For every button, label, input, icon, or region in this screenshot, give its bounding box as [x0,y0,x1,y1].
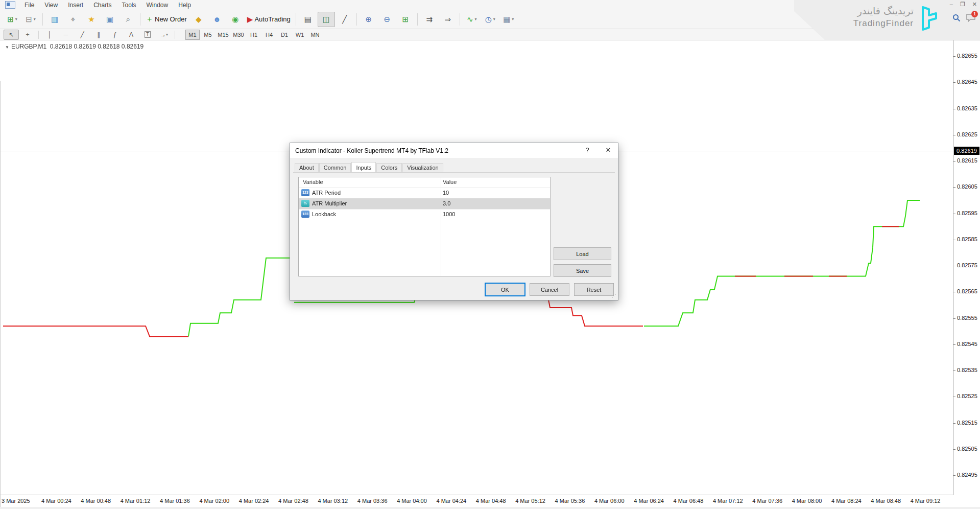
tab-divider [293,172,615,173]
metaeditor-button[interactable]: ◆ [190,12,207,27]
price-axis[interactable]: 0.82619 0.826550.826450.826350.826250.82… [953,40,980,495]
timeframe-m5[interactable]: M5 [201,30,215,40]
time-axis-label: 3 Mar 2025 [2,498,30,504]
restore-button[interactable]: ❐ [960,1,965,8]
timeframe-m1[interactable]: M1 [185,30,200,40]
time-axis-label: 4 Mar 03:36 [357,498,388,504]
trendline-tool-button[interactable]: ╱ [75,30,90,40]
variable-value[interactable]: 1000 [443,211,455,217]
timeframe-d1[interactable]: D1 [277,30,292,40]
variable-value[interactable]: 10 [443,190,449,196]
line-chart-button[interactable]: ╱ [336,12,353,27]
close-button[interactable]: ✕ [972,1,977,8]
timeframe-w1[interactable]: W1 [293,30,307,40]
search-icon[interactable] [952,14,961,22]
timeframe-m30[interactable]: M30 [231,30,246,40]
strategy-tester-button[interactable]: ⌕ [119,12,137,27]
indicators-button[interactable]: ∿▾ [463,12,481,27]
variable-value[interactable]: 3.0 [443,200,450,206]
dialog-close-button[interactable]: ✕ [603,146,614,154]
cursor-tool-button[interactable]: ↖ [4,30,19,40]
zoom-in-button[interactable]: ⊕ [360,12,377,27]
timeframe-group: M1M5M15M30H1H4D1W1MN [185,30,323,40]
data-window-button[interactable]: ⌖ [64,12,82,27]
input-row-lookback[interactable]: 123Lookback1000 [299,209,550,220]
menu-window[interactable]: Window [141,1,174,10]
chat-icon[interactable]: 1 [966,13,976,22]
price-axis-label: 0.82555 [957,315,977,321]
input-row-atr-multiplier[interactable]: ½ATR Multiplier3.0 [299,198,550,210]
timeframe-h4[interactable]: H4 [262,30,276,40]
time-axis-label: 4 Mar 03:12 [318,498,348,504]
profiles-button[interactable]: ⊟▾ [22,12,39,27]
resize-grip[interactable]: ⋰ [612,294,617,299]
load-button[interactable]: Load [554,247,611,260]
reset-button[interactable]: Reset [574,283,614,296]
time-axis-label: 4 Mar 05:36 [555,498,585,504]
tab-colors[interactable]: Colors [376,163,402,172]
dialog-titlebar[interactable]: Custom Indicator - Kolier Supertrend MT4… [290,143,618,158]
time-axis[interactable]: 3 Mar 20254 Mar 00:244 Mar 00:484 Mar 01… [0,495,953,507]
terminal-button[interactable]: ▣ [101,12,118,27]
new-order-button[interactable]: ＋New Order [144,12,189,27]
input-row-atr-period[interactable]: 123ATR Period10 [299,188,550,199]
equidistant-channel-tool-button[interactable]: ∥ [91,30,106,40]
arrows-tool-button[interactable]: →▾ [156,30,172,40]
menu-file[interactable]: File [19,1,39,10]
time-axis-label: 4 Mar 06:48 [674,498,704,504]
zoom-out-button[interactable]: ⊖ [378,12,396,27]
table-header: Variable Value [299,177,550,188]
auto-scroll-button[interactable]: ⇉ [421,12,438,27]
autotrading-button[interactable]: ▶AutoTrading [245,12,293,27]
tab-inputs[interactable]: Inputs [351,162,376,172]
templates-button[interactable]: ▦▾ [500,12,517,27]
variable-name: Lookback [312,211,336,217]
tile-windows-button[interactable]: ⊞ [397,12,414,27]
menu-view[interactable]: View [39,1,63,10]
time-axis-label: 4 Mar 06:00 [594,498,625,504]
minimize-button[interactable]: – [950,1,953,8]
dialog-help-button[interactable]: ? [582,146,592,154]
timeframe-mn[interactable]: MN [308,30,322,40]
timeframe-h1[interactable]: H1 [247,30,261,40]
tab-visualization[interactable]: Visualization [402,163,443,172]
crosshair-tool-button[interactable]: ＋ [20,30,35,40]
new-chart-button[interactable]: ⊞▾ [4,12,21,27]
notifications-button[interactable]: ◉ [227,12,244,27]
horizontal-line-icon: ─ [64,31,68,38]
tab-common[interactable]: Common [319,163,351,172]
price-axis-label: 0.82535 [957,367,977,373]
time-axis-label: 4 Mar 02:48 [278,498,308,504]
time-axis-label: 4 Mar 07:36 [752,498,782,504]
tile-windows-icon: ⊞ [402,15,409,24]
timeframe-m15[interactable]: M15 [216,30,230,40]
price-axis-label: 0.82515 [957,420,977,426]
bar-chart-button[interactable]: ▤ [299,12,317,27]
chevron-down-icon: ▾ [15,17,17,21]
text-tool-button[interactable]: A [124,30,139,40]
cancel-button[interactable]: Cancel [530,283,569,296]
menu-insert[interactable]: Insert [63,1,88,10]
cursor-icon: ↖ [9,31,14,38]
chart-shift-button[interactable]: ⇒ [439,12,457,27]
vertical-line-tool-button[interactable]: │ [42,30,57,40]
tab-about[interactable]: About [295,163,319,172]
ok-button[interactable]: OK [485,283,525,296]
chevron-down-icon: ▾ [166,32,168,37]
save-button[interactable]: Save [554,264,611,277]
menu-help[interactable]: Help [173,1,196,10]
crosshair-icon: ＋ [25,30,31,39]
candlestick-chart-button[interactable]: ◫ [318,12,335,27]
menu-charts[interactable]: Charts [88,1,116,10]
current-price-badge: 0.82619 [954,147,979,155]
price-axis-label: 0.82635 [957,105,977,111]
periods-button[interactable]: ◷▾ [482,12,499,27]
navigator-button[interactable]: ★ [83,12,100,27]
candlestick-chart-icon: ◫ [323,15,330,24]
text-label-tool-button[interactable]: T [140,30,155,40]
fibonacci-tool-button[interactable]: ƒ [107,30,123,40]
horizontal-line-tool-button[interactable]: ─ [58,30,74,40]
market-watch-button[interactable]: ▥ [46,12,63,27]
profile-user-button[interactable]: ☻ [208,12,226,27]
menu-tools[interactable]: Tools [117,1,141,10]
